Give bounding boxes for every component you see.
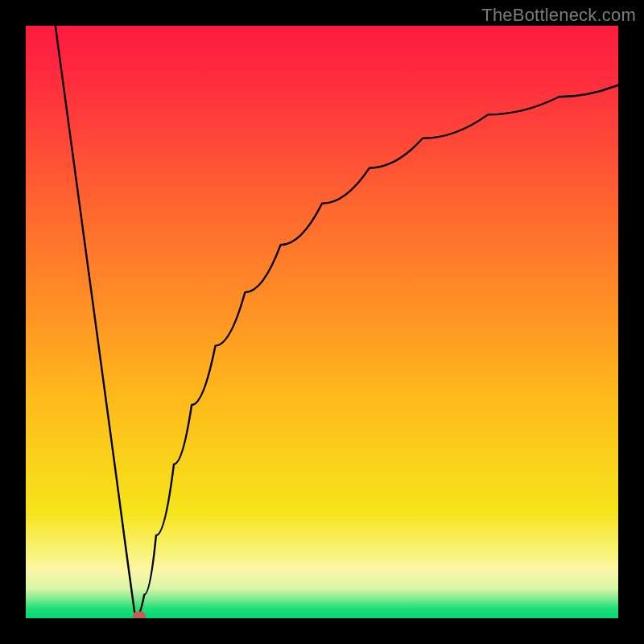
watermark-text: TheBottleneck.com <box>481 5 636 26</box>
plot-area <box>26 26 618 618</box>
bottleneck-curve <box>26 26 618 618</box>
chart-frame: TheBottleneck.com <box>0 0 644 644</box>
optimal-point-marker <box>133 612 146 619</box>
